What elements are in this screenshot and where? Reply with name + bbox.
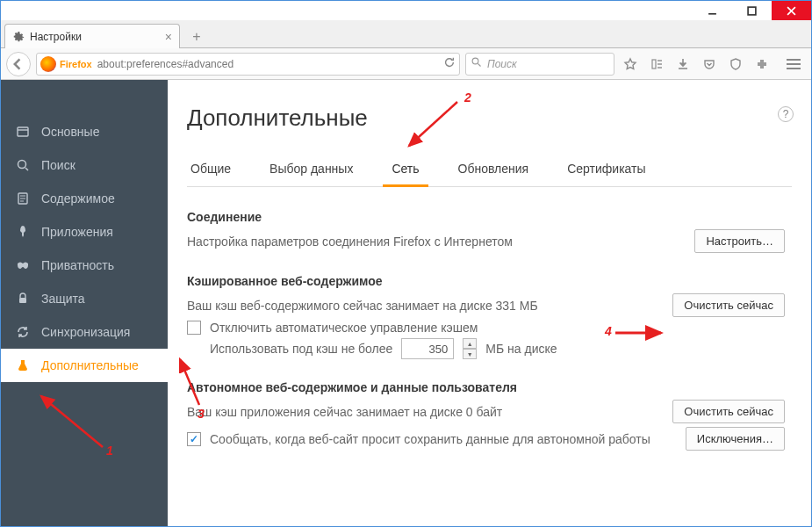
advanced-subtabs: Общие Выбор данных Сеть Обновления Серти… — [187, 153, 792, 187]
bookmark-star-icon[interactable] — [620, 54, 641, 75]
sections-scroll[interactable]: Соединение Настройка параметров соединен… — [187, 210, 792, 527]
search-icon — [15, 157, 31, 173]
page-title: Дополнительные — [187, 105, 792, 132]
cache-limit-input[interactable] — [401, 338, 454, 359]
svg-point-13 — [18, 161, 26, 169]
sidebar-item-label: Защита — [41, 292, 85, 306]
document-icon — [15, 191, 31, 206]
sidebar-item-advanced[interactable]: Дополнительные — [1, 349, 168, 382]
browser-tab-title: Настройки — [30, 31, 82, 43]
svg-rect-1 — [748, 7, 756, 15]
search-placeholder: Поиск — [487, 58, 517, 70]
reload-icon[interactable] — [443, 56, 456, 71]
step-down-icon[interactable]: ▼ — [463, 349, 477, 359]
help-button[interactable]: ? — [778, 106, 794, 122]
section-heading: Автономное веб-содержимое и данные польз… — [187, 380, 785, 394]
sidebar-item-general[interactable]: Основные — [1, 115, 168, 148]
firefox-logo-icon — [40, 56, 56, 72]
sidebar-item-label: Основные — [41, 125, 99, 139]
close-tab-icon[interactable]: × — [165, 30, 172, 44]
override-cache-checkbox[interactable] — [187, 321, 201, 335]
notify-offline-label: Сообщать, когда веб-сайт просит сохранит… — [210, 432, 677, 446]
svg-line-5 — [478, 64, 481, 67]
addons-icon[interactable] — [751, 54, 772, 75]
general-icon — [15, 124, 31, 140]
svg-point-4 — [472, 58, 478, 64]
notify-offline-checkbox[interactable] — [187, 432, 201, 446]
shield-icon[interactable] — [725, 54, 746, 75]
search-icon — [471, 57, 482, 70]
sidebar-item-search[interactable]: Поиск — [1, 148, 168, 182]
new-tab-button[interactable]: + — [185, 26, 208, 47]
gear-icon — [12, 31, 25, 43]
sidebar-item-label: Содержимое — [41, 191, 115, 206]
clear-offline-button[interactable]: Очистить сейчас — [672, 400, 785, 423]
search-bar[interactable]: Поиск — [465, 53, 614, 76]
annotation-2: 2 — [464, 90, 471, 105]
cache-usage-text: Ваш кэш веб-содержимого сейчас занимает … — [187, 299, 664, 313]
sidebar-item-security[interactable]: Защита — [1, 282, 168, 315]
sidebar-item-privacy[interactable]: Приватность — [1, 249, 168, 282]
sidebar-item-content[interactable]: Содержимое — [1, 182, 168, 215]
back-button[interactable] — [6, 52, 31, 76]
cache-limit-suffix: МБ на диске — [485, 342, 557, 356]
subtab-network[interactable]: Сеть — [388, 153, 422, 186]
browser-tab-active[interactable]: Настройки × — [4, 24, 180, 48]
window-minimize-button[interactable] — [693, 1, 732, 20]
sidebar-item-label: Дополнительные — [41, 358, 139, 372]
window-titlebar — [1, 1, 811, 20]
menu-button[interactable] — [781, 52, 806, 76]
url-bar[interactable]: Firefox about:preferences#advanced — [36, 53, 460, 76]
rocket-icon — [15, 224, 31, 240]
subtab-data[interactable]: Выбор данных — [266, 153, 356, 186]
window-close-button[interactable] — [772, 1, 811, 20]
lock-icon — [15, 291, 31, 307]
section-offline: Автономное веб-содержимое и данные польз… — [187, 380, 785, 451]
url-text: about:preferences#advanced — [97, 58, 234, 70]
svg-rect-11 — [18, 127, 28, 136]
sidebar-item-label: Синхронизация — [41, 325, 130, 339]
pocket-icon[interactable] — [699, 54, 720, 75]
subtab-general[interactable]: Общие — [187, 153, 234, 186]
offline-exceptions-button[interactable]: Исключения… — [686, 427, 785, 451]
sidebar-item-label: Приватность — [41, 258, 114, 272]
svg-line-14 — [25, 168, 28, 170]
browser-tabstrip: Настройки × + — [1, 20, 811, 48]
sync-icon — [15, 324, 31, 340]
svg-rect-19 — [19, 298, 26, 303]
override-cache-label: Отключить автоматическое управление кэше… — [210, 321, 478, 335]
mask-icon — [15, 257, 31, 273]
downloads-icon[interactable] — [672, 54, 693, 75]
clear-cache-button[interactable]: Очистить сейчас — [672, 293, 785, 317]
preferences-sidebar: Основные Поиск Содержимое Приложения При… — [1, 80, 168, 527]
connection-settings-button[interactable]: Настроить… — [694, 229, 785, 253]
section-connection: Соединение Настройка параметров соединен… — [187, 210, 785, 253]
browser-toolbar: Firefox about:preferences#advanced Поиск — [1, 48, 811, 80]
preferences-content: Основные Поиск Содержимое Приложения При… — [1, 80, 811, 527]
sidebar-item-sync[interactable]: Синхронизация — [1, 315, 168, 349]
svg-rect-6 — [652, 60, 656, 69]
sidebar-item-label: Поиск — [41, 158, 75, 172]
bookmarks-list-icon[interactable] — [646, 54, 667, 75]
section-heading: Кэшированное веб-содержимое — [187, 274, 785, 288]
section-cache: Кэшированное веб-содержимое Ваш кэш веб-… — [187, 274, 785, 359]
cache-limit-prefix: Использовать под кэш не более — [210, 342, 392, 356]
sidebar-item-label: Приложения — [41, 225, 113, 239]
section-heading: Соединение — [187, 210, 785, 224]
preferences-panel: Дополнительные ? Общие Выбор данных Сеть… — [168, 80, 811, 527]
firefox-label: Firefox — [60, 59, 92, 69]
sidebar-item-applications[interactable]: Приложения — [1, 215, 168, 249]
offline-usage-text: Ваш кэш приложения сейчас занимает на ди… — [187, 405, 664, 419]
flask-icon — [15, 357, 31, 373]
subtab-certificates[interactable]: Сертификаты — [564, 153, 649, 186]
window-maximize-button[interactable] — [732, 1, 772, 20]
cache-limit-stepper[interactable]: ▲▼ — [463, 338, 477, 359]
step-up-icon[interactable]: ▲ — [463, 338, 477, 349]
connection-description: Настройка параметров соединения Firefox … — [187, 235, 686, 249]
subtab-updates[interactable]: Обновления — [455, 153, 533, 186]
